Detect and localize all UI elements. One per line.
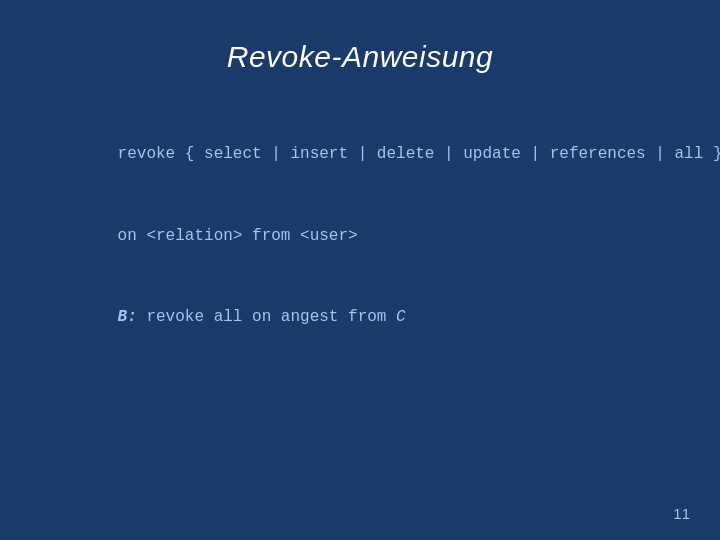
code-line-2: on <relation> from <user> <box>60 196 680 278</box>
code-prefix-3: B: <box>118 308 137 326</box>
code-text-1: revoke { select | insert | delete | upda… <box>118 145 720 163</box>
title-italic: Revoke <box>227 40 332 73</box>
code-line-3: B: revoke all on angest from C <box>60 277 680 359</box>
slide-title: Revoke-Anweisung <box>40 40 680 74</box>
page-number: 11 <box>673 505 690 522</box>
title-rest: -Anweisung <box>331 40 493 73</box>
code-text-3: revoke all on angest from <box>137 308 396 326</box>
code-suffix-3: C <box>396 308 406 326</box>
code-line-1: revoke { select | insert | delete | upda… <box>60 114 680 196</box>
slide: Revoke-Anweisung revoke { select | inser… <box>0 0 720 540</box>
code-text-2: on <relation> from <user> <box>118 227 358 245</box>
slide-content: revoke { select | insert | delete | upda… <box>40 114 680 359</box>
